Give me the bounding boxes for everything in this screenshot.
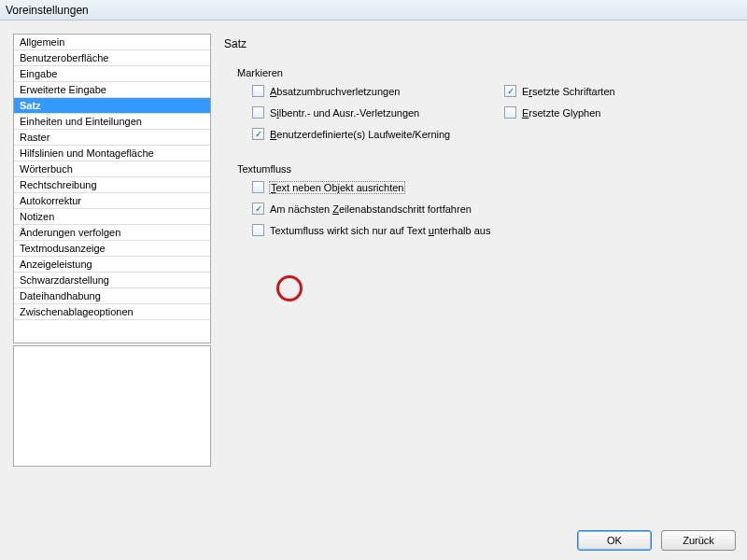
- sidebar-item[interactable]: Anzeigeleistung: [14, 257, 210, 273]
- sidebar-item[interactable]: Notizen: [14, 209, 210, 225]
- sidebar-item[interactable]: Hilfslinien und Montagefläche: [14, 146, 210, 161]
- checkbox-schriftarten[interactable]: ✓Ersetzte Schriftarten: [504, 84, 710, 98]
- sidebar-item[interactable]: Autokorrektur: [14, 193, 210, 209]
- checkbox-label: Text neben Objekt ausrichten: [269, 181, 405, 194]
- sidebar-item[interactable]: Benutzeroberfläche: [14, 50, 210, 66]
- checkbox-box[interactable]: ✓: [252, 203, 264, 215]
- sidebar-item[interactable]: Schwarzdarstellung: [14, 273, 210, 288]
- group-markieren: Absatzumbruchverletzungen✓Ersetzte Schri…: [252, 84, 738, 141]
- sidebar-item[interactable]: Rechtschreibung: [14, 177, 210, 193]
- group-textumfluss: Text neben Objekt ausrichten✓Am nächsten…: [252, 180, 738, 237]
- checkbox-box[interactable]: ✓: [504, 85, 516, 97]
- checkbox-unterhalb[interactable]: Textumfluss wirkt sich nur auf Text unte…: [252, 223, 738, 237]
- category-list[interactable]: AllgemeinBenutzeroberflächeEingabeErweit…: [13, 34, 211, 343]
- checkbox-label: Am nächsten Zeilenabstandschritt fortfah…: [270, 203, 472, 215]
- window-titlebar: Voreinstellungen: [0, 0, 747, 21]
- checkbox-laufweite[interactable]: ✓Benutzerdefinierte(s) Laufweite/Kerning: [252, 127, 710, 141]
- description-box: [13, 345, 211, 467]
- checkbox-box[interactable]: [252, 85, 264, 97]
- checkbox-label: Ersetzte Schriftarten: [522, 86, 615, 97]
- checkbox-absatzumbruch[interactable]: Absatzumbruchverletzungen: [252, 84, 495, 98]
- group-markieren-label: Markieren: [237, 67, 738, 78]
- sidebar-item[interactable]: Textmodusanzeige: [14, 241, 210, 257]
- sidebar-item[interactable]: Raster: [14, 130, 210, 146]
- checkbox-zeilenabstand[interactable]: ✓Am nächsten Zeilenabstandschritt fortfa…: [252, 202, 738, 216]
- sidebar-item[interactable]: Erweiterte Eingabe: [14, 82, 210, 98]
- back-button[interactable]: Zurück: [661, 530, 736, 551]
- settings-panel: Satz Markieren Absatzumbruchverletzungen…: [222, 34, 738, 525]
- sidebar-item[interactable]: Zwischenablageoptionen: [14, 304, 210, 320]
- ok-button[interactable]: OK: [577, 530, 652, 551]
- checkbox-label: Textumfluss wirkt sich nur auf Text unte…: [270, 225, 490, 236]
- checkbox-label: Ersetzte Glyphen: [522, 107, 600, 119]
- checkbox-box[interactable]: ✓: [252, 128, 264, 140]
- dialog-footer: OK Zurück: [577, 530, 736, 551]
- checkbox-neben-objekt[interactable]: Text neben Objekt ausrichten: [252, 180, 738, 194]
- checkbox-label: Benutzerdefinierte(s) Laufweite/Kerning: [270, 129, 450, 140]
- sidebar-item[interactable]: Dateihandhabung: [14, 288, 210, 304]
- sidebar-item[interactable]: Allgemein: [14, 35, 210, 50]
- checkbox-label: Absatzumbruchverletzungen: [270, 86, 400, 97]
- sidebar: AllgemeinBenutzeroberflächeEingabeErweit…: [13, 34, 211, 525]
- checkbox-box[interactable]: [252, 106, 264, 119]
- sidebar-item[interactable]: Eingabe: [14, 66, 210, 82]
- checkbox-silbentr[interactable]: Silbentr.- und Ausr.-Verletzungen: [252, 105, 495, 119]
- sidebar-item[interactable]: Satz: [14, 98, 210, 114]
- sidebar-item[interactable]: Änderungen verfolgen: [14, 225, 210, 241]
- checkbox-box[interactable]: [504, 106, 516, 119]
- checkbox-glyphen[interactable]: Ersetzte Glyphen: [504, 105, 710, 119]
- checkbox-label: Silbentr.- und Ausr.-Verletzungen: [270, 107, 419, 119]
- panel-title: Satz: [224, 37, 738, 50]
- checkbox-box[interactable]: [252, 224, 264, 236]
- group-textumfluss-label: Textumfluss: [237, 163, 738, 175]
- dialog-content: AllgemeinBenutzeroberflächeEingabeErweit…: [0, 21, 747, 525]
- sidebar-item[interactable]: Einheiten und Einteilungen: [14, 114, 210, 130]
- checkbox-box[interactable]: [252, 181, 264, 193]
- sidebar-item[interactable]: Wörterbuch: [14, 161, 210, 177]
- window-title: Voreinstellungen: [6, 4, 89, 17]
